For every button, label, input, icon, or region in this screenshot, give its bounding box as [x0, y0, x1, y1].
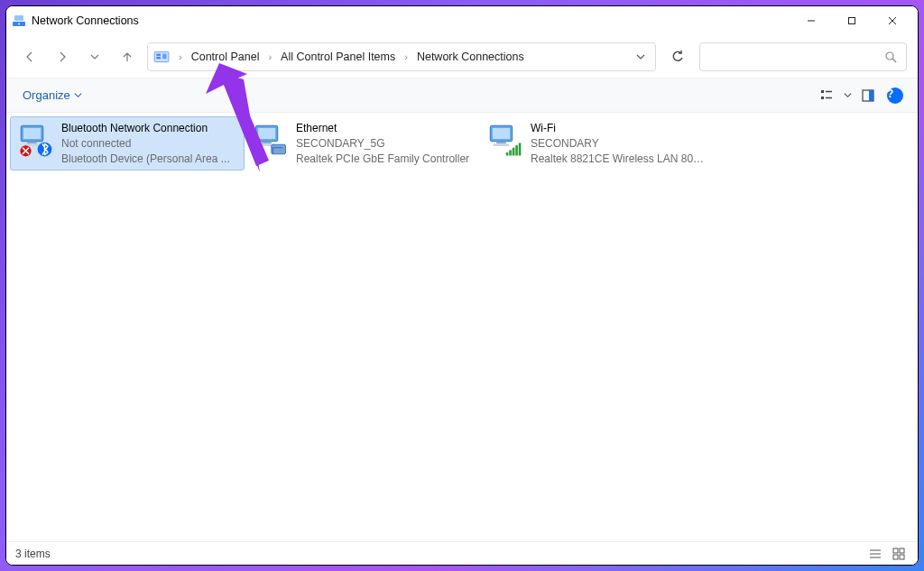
chevron-down-icon — [844, 91, 852, 99]
minimize-button[interactable] — [790, 7, 831, 34]
svg-rect-35 — [509, 150, 512, 155]
svg-rect-14 — [821, 97, 824, 99]
svg-rect-27 — [262, 142, 272, 144]
svg-rect-32 — [496, 142, 506, 144]
connection-item-ethernet[interactable]: Ethernet SECONDARY_5G Realtek PCIe GbE F… — [245, 116, 479, 170]
svg-rect-34 — [506, 152, 509, 156]
refresh-button[interactable] — [663, 42, 692, 71]
network-icon — [16, 121, 54, 159]
svg-rect-1 — [14, 15, 23, 21]
connection-status: SECONDARY — [531, 136, 707, 152]
organize-button[interactable]: Organize — [15, 85, 89, 106]
status-bar: 3 items — [6, 541, 918, 565]
network-icon — [485, 121, 523, 159]
connection-status: SECONDARY_5G — [296, 136, 469, 152]
svg-rect-31 — [493, 128, 510, 139]
back-button[interactable] — [17, 44, 42, 69]
item-count-label: 3 items — [15, 548, 51, 560]
organize-label: Organize — [23, 88, 70, 102]
connection-labels: Bluetooth Network Connection Not connect… — [61, 121, 230, 166]
svg-rect-44 — [893, 555, 898, 559]
svg-line-12 — [892, 59, 896, 62]
chevron-right-icon: › — [179, 51, 182, 62]
chevron-right-icon: › — [268, 51, 272, 62]
svg-rect-33 — [494, 143, 510, 146]
navigation-row: › Control Panel › All Control Panel Item… — [6, 35, 918, 78]
help-icon: ? — [887, 87, 903, 104]
connection-name: Bluetooth Network Connection — [61, 121, 230, 136]
svg-point-11 — [886, 52, 893, 60]
search-icon — [884, 51, 897, 63]
help-button[interactable]: ? — [882, 82, 909, 109]
preview-pane-button[interactable] — [855, 82, 882, 109]
connection-device: Bluetooth Device (Personal Area ... — [61, 152, 230, 167]
app-icon — [12, 14, 26, 28]
svg-rect-4 — [848, 18, 855, 24]
connection-status: Not connected — [61, 136, 230, 152]
address-bar[interactable]: › Control Panel › All Control Panel Item… — [147, 42, 656, 71]
svg-rect-20 — [23, 128, 41, 139]
svg-rect-45 — [900, 555, 904, 559]
window-frame: Network Connections › Con — [5, 5, 919, 566]
control-panel-icon — [153, 49, 170, 65]
recent-locations-button[interactable] — [82, 44, 107, 69]
svg-rect-37 — [515, 145, 518, 155]
details-view-button[interactable] — [865, 544, 885, 564]
up-button[interactable] — [115, 44, 140, 69]
search-input[interactable] — [699, 42, 907, 71]
titlebar: Network Connections — [6, 6, 918, 35]
svg-rect-13 — [821, 90, 824, 93]
window-title: Network Connections — [32, 14, 139, 27]
svg-rect-29 — [272, 144, 286, 154]
connection-name: Wi-Fi — [531, 121, 707, 136]
forward-button[interactable] — [50, 44, 75, 69]
breadcrumb-item[interactable]: Control Panel — [188, 49, 263, 65]
toolbar: Organize ? — [6, 78, 918, 113]
svg-rect-26 — [258, 128, 275, 139]
svg-point-2 — [18, 23, 20, 25]
connection-labels: Wi-Fi SECONDARY Realtek 8821CE Wireless … — [531, 121, 707, 166]
svg-rect-36 — [513, 148, 515, 156]
svg-rect-10 — [162, 53, 167, 59]
connection-name: Ethernet — [296, 121, 469, 136]
breadcrumb-item[interactable]: Network Connections — [413, 49, 528, 65]
address-dropdown-button[interactable] — [632, 51, 650, 62]
chevron-down-icon — [74, 91, 82, 99]
chevron-right-icon: › — [404, 51, 408, 62]
close-button[interactable] — [872, 7, 912, 34]
svg-rect-18 — [869, 90, 873, 101]
large-icons-view-button[interactable] — [889, 544, 909, 564]
svg-rect-43 — [900, 548, 904, 553]
svg-rect-8 — [156, 53, 161, 55]
content-area: Bluetooth Network Connection Not connect… — [6, 113, 918, 541]
connection-device: Realtek 8821CE Wireless LAN 802.... — [531, 152, 707, 167]
svg-rect-38 — [519, 143, 522, 156]
network-icon — [251, 121, 289, 159]
view-options-button[interactable] — [813, 82, 840, 109]
view-dropdown-button[interactable] — [840, 82, 855, 109]
maximize-button[interactable] — [831, 7, 872, 34]
svg-rect-21 — [27, 142, 37, 144]
svg-rect-9 — [156, 57, 161, 59]
breadcrumb-item[interactable]: All Control Panel Items — [277, 49, 399, 65]
connection-device: Realtek PCIe GbE Family Controller — [296, 152, 469, 167]
svg-rect-42 — [893, 548, 898, 553]
connection-item-wifi[interactable]: Wi-Fi SECONDARY Realtek 8821CE Wireless … — [479, 116, 714, 170]
connection-item-bluetooth[interactable]: Bluetooth Network Connection Not connect… — [10, 116, 245, 170]
connection-labels: Ethernet SECONDARY_5G Realtek PCIe GbE F… — [296, 121, 469, 166]
